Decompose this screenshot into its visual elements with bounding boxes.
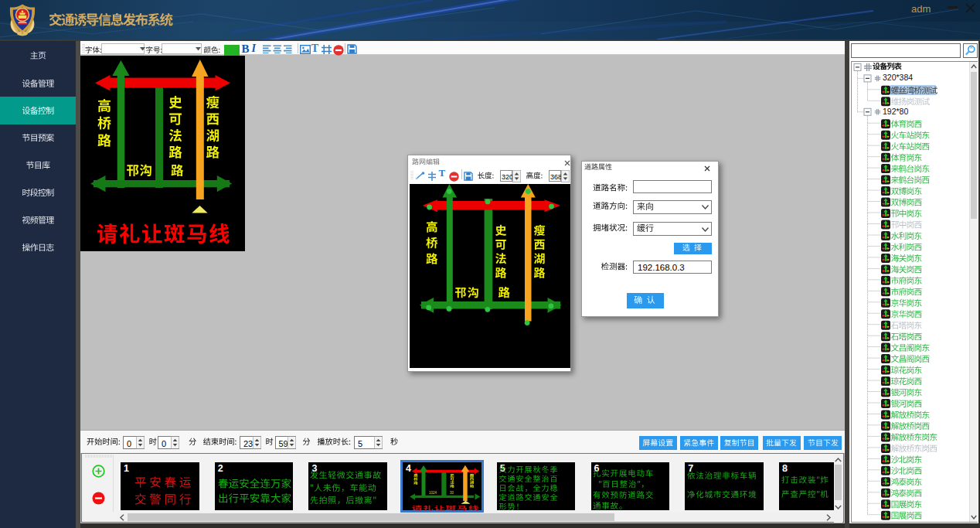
svg-text:30: 30: [450, 491, 454, 495]
svg-text:1024: 1024: [429, 491, 437, 495]
